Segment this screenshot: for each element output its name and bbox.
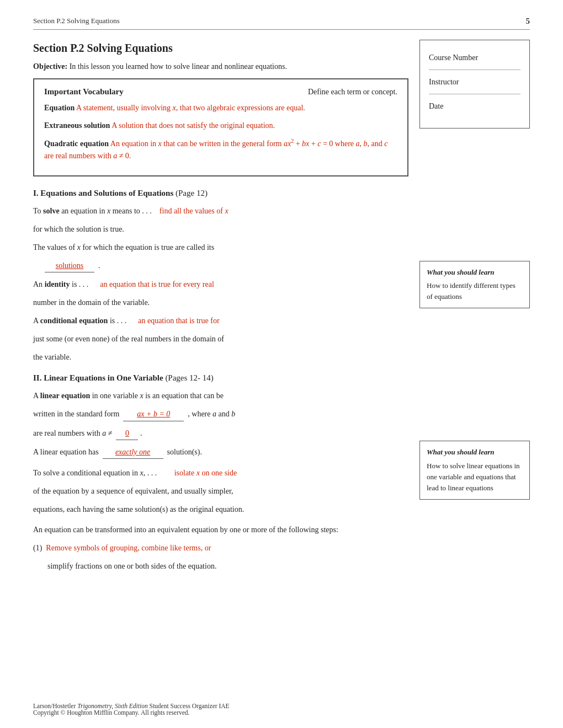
instructor-label: Instructor xyxy=(429,78,459,86)
instructor-row: Instructor xyxy=(429,72,520,94)
section1-para2: The values of x for which the equation i… xyxy=(33,241,408,254)
linear-eq-bold: linear equation xyxy=(40,392,90,400)
section1-conditional-fill: an equation that is true for xyxy=(138,317,219,325)
standard-form-fill: ax + b = 0 xyxy=(123,408,184,421)
date-label: Date xyxy=(429,102,443,110)
vocab-def-equation: A statement, usually involving x, that t… xyxy=(76,104,305,112)
section2-para3: To solve a conditional equation in x, . … xyxy=(33,467,408,479)
step1-num: (1) xyxy=(33,544,42,552)
footer-title: Trigonometry, Sixth Edition xyxy=(77,703,147,709)
section2-isolate-fill2: of the equation by a sequence of equival… xyxy=(33,485,408,497)
wysl1-content: How to identify different types of equat… xyxy=(427,280,523,302)
objective-text: In this lesson you learned how to solve … xyxy=(70,62,287,71)
main-content: Section P.2 Solving Equations Objective:… xyxy=(33,40,530,580)
footer-line2: Copyright © Houghton Mifflin Company. Al… xyxy=(33,709,530,716)
section2-page-ref: (Pages 12- 14) xyxy=(165,373,213,382)
section1-heading-text: I. Equations and Solutions of Equations xyxy=(33,189,173,197)
section2-heading-text: II. Linear Equations in One Variable xyxy=(33,373,163,382)
right-column: Course Number Instructor Date What you s… xyxy=(419,40,530,580)
course-box: Course Number Instructor Date xyxy=(419,40,530,129)
section2-para1c: are real numbers with a ≠ 0 . xyxy=(33,427,408,440)
vocab-header-row: Important Vocabulary Define each term or… xyxy=(44,87,397,97)
section1-page-ref: (Page 12) xyxy=(176,189,208,197)
section1-para1-fill2: for which the solution is true. xyxy=(33,223,408,235)
footer-line1: Larson/Hostetler Trigonometry, Sixth Edi… xyxy=(33,703,530,709)
left-column: Section P.2 Solving Equations Objective:… xyxy=(33,40,419,580)
identity-bold: identity xyxy=(45,280,70,288)
course-number-label: Course Number xyxy=(429,53,478,62)
header-left: Section P.2 Solving Equations xyxy=(33,17,120,25)
section2-para4-block: An equation can be transformed into an e… xyxy=(33,523,408,572)
vocab-entry-extraneous: Extraneous solution A solution that does… xyxy=(44,120,397,132)
date-row: Date xyxy=(429,97,520,118)
section2-para1: A linear equation in one variable x is a… xyxy=(33,389,408,402)
wysl1-title: What you should learn xyxy=(427,267,523,278)
objective: Objective: In this lesson you learned ho… xyxy=(33,60,408,73)
vocab-define-prompt: Define each term or concept. xyxy=(308,88,397,97)
page-number: 5 xyxy=(526,17,530,26)
section1-conditional-fill2: just some (or even none) of the real num… xyxy=(33,333,408,345)
vocab-entry-equation: Equation A statement, usually involving … xyxy=(44,102,397,114)
section1-para3: An identity is . . . an equation that is… xyxy=(33,278,408,291)
wysl2-content: How to solve linear equations in one var… xyxy=(427,461,523,494)
section1-para1-fill: find all the values of x xyxy=(160,207,229,215)
section2-para3-block: To solve a conditional equation in x, . … xyxy=(33,467,408,516)
section1: I. Equations and Solutions of Equations … xyxy=(33,189,408,364)
footer: Larson/Hostetler Trigonometry, Sixth Edi… xyxy=(33,703,530,716)
section1-heading: I. Equations and Solutions of Equations … xyxy=(33,189,408,198)
section2-para2: A linear equation has exactly one soluti… xyxy=(33,446,408,459)
vocab-term-quadratic: Quadratic equation xyxy=(44,140,109,148)
section1-para2-fill-row: solutions . xyxy=(33,259,408,272)
section2-step1: (1) Remove symbols of grouping, combine … xyxy=(33,542,408,554)
section2-step1b: simplify fractions on one or both sides … xyxy=(33,560,408,572)
solutions-fill: solutions xyxy=(45,259,94,272)
top-bar: Section P.2 Solving Equations 5 xyxy=(33,17,530,30)
section1-identity-fill: an equation that is true for every real xyxy=(100,280,214,288)
section2-heading: II. Linear Equations in One Variable (Pa… xyxy=(33,373,408,383)
section2-isolate-fill: isolate x on one side xyxy=(174,469,237,477)
section1-para4: A conditional equation is . . . an equat… xyxy=(33,314,408,327)
section-title: Section P.2 Solving Equations xyxy=(33,42,408,55)
section2-para4: An equation can be transformed into an e… xyxy=(33,523,408,536)
step1-fill: Remove symbols of grouping, combine like… xyxy=(46,544,211,552)
solve-bold: solve xyxy=(43,207,60,215)
section1-identity-fill2: number in the domain of the variable. xyxy=(33,296,408,309)
section2-para1b: written in the standard form ax + b = 0 … xyxy=(33,408,408,421)
vocab-def-extraneous: A solution that does not satisfy the ori… xyxy=(111,121,275,130)
section1-para1: To solve an equation in x means to . . .… xyxy=(33,205,408,217)
wysl-box-2: What you should learn How to solve linea… xyxy=(419,441,530,500)
page: Section P.2 Solving Equations 5 Section … xyxy=(0,0,563,728)
exactly-one-fill: exactly one xyxy=(103,446,163,459)
vocab-box: Important Vocabulary Define each term or… xyxy=(33,78,408,176)
vocab-term-equation: Equation xyxy=(44,104,75,112)
section1-conditional-fill3: the variable. xyxy=(33,351,408,363)
vocab-header: Important Vocabulary xyxy=(44,87,124,97)
objective-label: Objective: xyxy=(33,62,67,71)
right-spacer1 xyxy=(419,140,530,250)
wysl2-title: What you should learn xyxy=(427,447,523,458)
section2-isolate-fill3: equations, each having the same solution… xyxy=(33,503,408,516)
conditional-bold: conditional equation xyxy=(40,317,108,325)
course-number-row: Course Number xyxy=(429,48,520,70)
vocab-term-extraneous: Extraneous solution xyxy=(44,121,110,130)
section2: II. Linear Equations in One Variable (Pa… xyxy=(33,373,408,572)
not-zero-fill: 0 xyxy=(116,427,138,440)
right-spacer2 xyxy=(419,319,530,430)
vocab-entry-quadratic: Quadratic equation An equation in x that… xyxy=(44,137,397,162)
wysl-box-1: What you should learn How to identify di… xyxy=(419,261,530,308)
